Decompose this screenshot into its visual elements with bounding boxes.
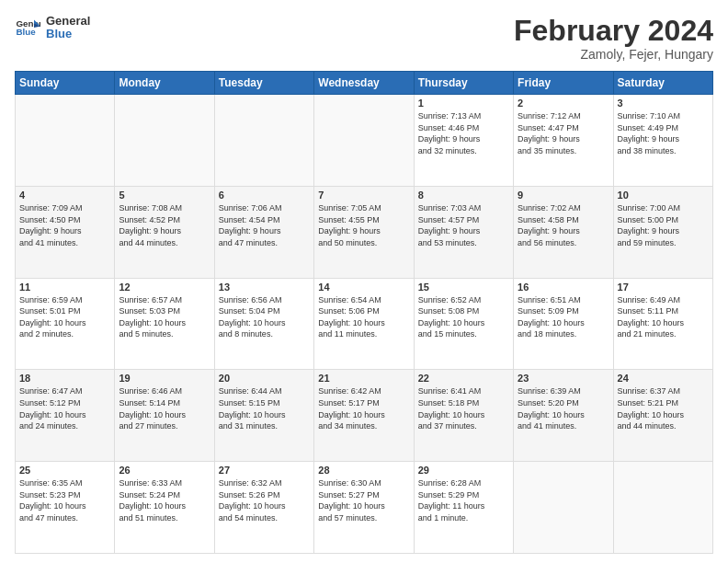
calendar-cell: 26Sunrise: 6:33 AM Sunset: 5:24 PM Dayli… <box>115 462 214 554</box>
calendar-cell: 13Sunrise: 6:56 AM Sunset: 5:04 PM Dayli… <box>214 278 313 370</box>
day-number: 22 <box>418 373 509 384</box>
calendar-cell: 18Sunrise: 6:47 AM Sunset: 5:12 PM Dayli… <box>16 370 115 462</box>
day-info: Sunrise: 7:00 AM Sunset: 5:00 PM Dayligh… <box>618 202 709 248</box>
day-number: 3 <box>618 98 709 109</box>
calendar-cell: 17Sunrise: 6:49 AM Sunset: 5:11 PM Dayli… <box>613 278 712 370</box>
day-info: Sunrise: 6:54 AM Sunset: 5:06 PM Dayligh… <box>318 294 409 340</box>
day-number: 7 <box>318 190 409 201</box>
month-title: February 2024 <box>514 15 713 47</box>
day-info: Sunrise: 6:28 AM Sunset: 5:29 PM Dayligh… <box>418 477 509 523</box>
calendar-cell: 2Sunrise: 7:12 AM Sunset: 4:47 PM Daylig… <box>514 95 613 187</box>
calendar-cell <box>115 95 214 187</box>
day-number: 15 <box>418 282 509 293</box>
calendar-cell: 9Sunrise: 7:02 AM Sunset: 4:58 PM Daylig… <box>514 186 613 278</box>
day-number: 8 <box>418 190 509 201</box>
day-info: Sunrise: 7:08 AM Sunset: 4:52 PM Dayligh… <box>119 202 210 248</box>
calendar-table: SundayMondayTuesdayWednesdayThursdayFrid… <box>15 71 713 554</box>
day-info: Sunrise: 7:12 AM Sunset: 4:47 PM Dayligh… <box>518 110 609 156</box>
day-number: 26 <box>119 465 210 476</box>
calendar-header-tuesday: Tuesday <box>214 72 313 95</box>
day-info: Sunrise: 6:35 AM Sunset: 5:23 PM Dayligh… <box>19 477 110 523</box>
calendar-header-saturday: Saturday <box>613 72 712 95</box>
page: General Blue General Blue February 2024 … <box>0 0 728 563</box>
day-number: 9 <box>518 190 609 201</box>
title-block: February 2024 Zamoly, Fejer, Hungary <box>514 15 713 62</box>
day-info: Sunrise: 6:56 AM Sunset: 5:04 PM Dayligh… <box>219 294 310 340</box>
calendar-cell <box>613 462 712 554</box>
calendar-cell: 27Sunrise: 6:32 AM Sunset: 5:26 PM Dayli… <box>214 462 313 554</box>
day-info: Sunrise: 6:32 AM Sunset: 5:26 PM Dayligh… <box>219 477 310 523</box>
calendar-cell: 28Sunrise: 6:30 AM Sunset: 5:27 PM Dayli… <box>314 462 414 554</box>
calendar-cell: 22Sunrise: 6:41 AM Sunset: 5:18 PM Dayli… <box>414 370 513 462</box>
calendar-cell: 14Sunrise: 6:54 AM Sunset: 5:06 PM Dayli… <box>314 278 414 370</box>
day-number: 17 <box>618 282 709 293</box>
logo-icon: General Blue <box>15 15 40 40</box>
calendar-week-row: 25Sunrise: 6:35 AM Sunset: 5:23 PM Dayli… <box>16 462 713 554</box>
day-info: Sunrise: 6:46 AM Sunset: 5:14 PM Dayligh… <box>119 385 210 431</box>
day-info: Sunrise: 7:02 AM Sunset: 4:58 PM Dayligh… <box>518 202 609 248</box>
day-info: Sunrise: 6:52 AM Sunset: 5:08 PM Dayligh… <box>418 294 509 340</box>
calendar-week-row: 4Sunrise: 7:09 AM Sunset: 4:50 PM Daylig… <box>16 186 713 278</box>
day-number: 4 <box>19 190 110 201</box>
day-info: Sunrise: 6:49 AM Sunset: 5:11 PM Dayligh… <box>618 294 709 340</box>
day-info: Sunrise: 6:30 AM Sunset: 5:27 PM Dayligh… <box>318 477 409 523</box>
day-info: Sunrise: 7:09 AM Sunset: 4:50 PM Dayligh… <box>19 202 110 248</box>
calendar-week-row: 1Sunrise: 7:13 AM Sunset: 4:46 PM Daylig… <box>16 95 713 187</box>
calendar-cell: 21Sunrise: 6:42 AM Sunset: 5:17 PM Dayli… <box>314 370 414 462</box>
calendar-cell: 29Sunrise: 6:28 AM Sunset: 5:29 PM Dayli… <box>414 462 513 554</box>
calendar-cell: 3Sunrise: 7:10 AM Sunset: 4:49 PM Daylig… <box>613 95 712 187</box>
day-number: 18 <box>19 373 110 384</box>
day-number: 5 <box>119 190 210 201</box>
calendar-header-wednesday: Wednesday <box>314 72 414 95</box>
calendar-cell: 25Sunrise: 6:35 AM Sunset: 5:23 PM Dayli… <box>16 462 115 554</box>
day-info: Sunrise: 6:39 AM Sunset: 5:20 PM Dayligh… <box>518 385 609 431</box>
day-number: 6 <box>219 190 310 201</box>
day-info: Sunrise: 6:47 AM Sunset: 5:12 PM Dayligh… <box>19 385 110 431</box>
day-number: 1 <box>418 98 509 109</box>
day-number: 2 <box>518 98 609 109</box>
day-number: 10 <box>618 190 709 201</box>
calendar-header-thursday: Thursday <box>414 72 513 95</box>
day-info: Sunrise: 6:37 AM Sunset: 5:21 PM Dayligh… <box>618 385 709 431</box>
calendar-cell: 8Sunrise: 7:03 AM Sunset: 4:57 PM Daylig… <box>414 186 513 278</box>
logo: General Blue General Blue <box>15 15 90 41</box>
calendar-cell: 11Sunrise: 6:59 AM Sunset: 5:01 PM Dayli… <box>16 278 115 370</box>
day-info: Sunrise: 7:05 AM Sunset: 4:55 PM Dayligh… <box>318 202 409 248</box>
day-info: Sunrise: 7:03 AM Sunset: 4:57 PM Dayligh… <box>418 202 509 248</box>
calendar-week-row: 18Sunrise: 6:47 AM Sunset: 5:12 PM Dayli… <box>16 370 713 462</box>
day-number: 21 <box>318 373 409 384</box>
day-info: Sunrise: 6:44 AM Sunset: 5:15 PM Dayligh… <box>219 385 310 431</box>
day-info: Sunrise: 6:33 AM Sunset: 5:24 PM Dayligh… <box>119 477 210 523</box>
day-number: 11 <box>19 282 110 293</box>
day-info: Sunrise: 6:51 AM Sunset: 5:09 PM Dayligh… <box>518 294 609 340</box>
calendar-cell <box>314 95 414 187</box>
day-number: 24 <box>618 373 709 384</box>
day-number: 23 <box>518 373 609 384</box>
svg-text:Blue: Blue <box>16 28 36 38</box>
calendar-cell <box>514 462 613 554</box>
day-number: 19 <box>119 373 210 384</box>
calendar-cell <box>16 95 115 187</box>
calendar-cell <box>214 95 313 187</box>
calendar-cell: 12Sunrise: 6:57 AM Sunset: 5:03 PM Dayli… <box>115 278 214 370</box>
day-number: 28 <box>318 465 409 476</box>
day-info: Sunrise: 6:57 AM Sunset: 5:03 PM Dayligh… <box>119 294 210 340</box>
calendar-cell: 24Sunrise: 6:37 AM Sunset: 5:21 PM Dayli… <box>613 370 712 462</box>
day-info: Sunrise: 6:59 AM Sunset: 5:01 PM Dayligh… <box>19 294 110 340</box>
calendar-cell: 20Sunrise: 6:44 AM Sunset: 5:15 PM Dayli… <box>214 370 313 462</box>
day-number: 12 <box>119 282 210 293</box>
day-number: 25 <box>19 465 110 476</box>
calendar-cell: 1Sunrise: 7:13 AM Sunset: 4:46 PM Daylig… <box>414 95 513 187</box>
day-number: 14 <box>318 282 409 293</box>
day-info: Sunrise: 6:42 AM Sunset: 5:17 PM Dayligh… <box>318 385 409 431</box>
calendar-cell: 4Sunrise: 7:09 AM Sunset: 4:50 PM Daylig… <box>16 186 115 278</box>
calendar-cell: 5Sunrise: 7:08 AM Sunset: 4:52 PM Daylig… <box>115 186 214 278</box>
header: General Blue General Blue February 2024 … <box>15 15 713 62</box>
calendar-week-row: 11Sunrise: 6:59 AM Sunset: 5:01 PM Dayli… <box>16 278 713 370</box>
calendar-cell: 23Sunrise: 6:39 AM Sunset: 5:20 PM Dayli… <box>514 370 613 462</box>
day-number: 29 <box>418 465 509 476</box>
day-info: Sunrise: 7:06 AM Sunset: 4:54 PM Dayligh… <box>219 202 310 248</box>
day-number: 16 <box>518 282 609 293</box>
day-number: 27 <box>219 465 310 476</box>
logo-line1: General <box>46 15 90 28</box>
